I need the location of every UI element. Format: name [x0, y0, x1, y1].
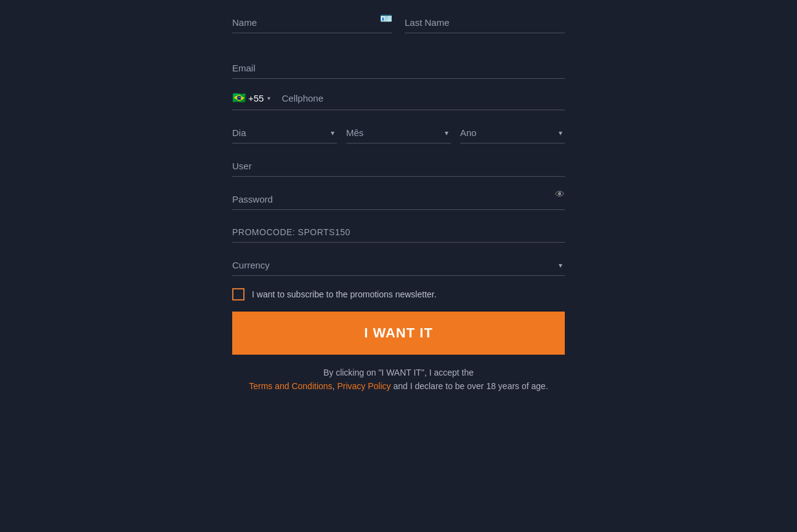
terms-text-part1: By clicking on "I WANT IT", I accept the	[323, 368, 474, 377]
day-select[interactable]: Dia 12345 678910 1112131415 1617181920 2…	[232, 123, 337, 143]
name-row: 🪪	[232, 12, 565, 46]
password-field-group: 👁	[232, 189, 565, 210]
month-select-wrapper: Mês JaneiroFevereiroMarço AbrilMaioJunho…	[346, 123, 451, 143]
user-field-group	[232, 156, 565, 177]
currency-select[interactable]: Currency BRL USD EUR	[232, 255, 565, 275]
cellphone-input[interactable]	[275, 93, 565, 103]
terms-text: By clicking on "I WANT IT", I accept the…	[232, 366, 565, 393]
right-panel	[583, 0, 797, 532]
newsletter-row: I want to subscribe to the promotions ne…	[232, 288, 565, 300]
password-input[interactable]	[232, 189, 565, 210]
email-field-group	[232, 58, 565, 79]
currency-select-wrapper: Currency BRL USD EUR ▾	[232, 255, 565, 276]
phone-code: +55	[248, 93, 264, 103]
dob-row: Dia 12345 678910 1112131415 1617181920 2…	[232, 123, 565, 143]
lastname-input[interactable]	[405, 12, 565, 33]
name-field-group: 🪪	[232, 12, 392, 33]
page-wrapper: 🪪 🇧🇷 +55 ▾ Dia 12345	[0, 0, 797, 532]
newsletter-checkbox[interactable]	[232, 288, 245, 300]
promo-code-input[interactable]	[232, 222, 565, 243]
terms-comma: ,	[333, 381, 335, 391]
registration-form: 🪪 🇧🇷 +55 ▾ Dia 12345	[214, 0, 583, 418]
left-panel	[0, 0, 214, 532]
year-select[interactable]: Ano 202420232010 2000199019801970	[460, 123, 565, 143]
id-icon: 🪪	[380, 12, 392, 24]
day-select-wrapper: Dia 12345 678910 1112131415 1617181920 2…	[232, 123, 337, 143]
user-input[interactable]	[232, 156, 565, 177]
month-select[interactable]: Mês JaneiroFevereiroMarço AbrilMaioJunho…	[346, 123, 451, 143]
year-select-wrapper: Ano 202420232010 2000199019801970 ▾	[460, 123, 565, 143]
email-input[interactable]	[232, 58, 565, 79]
name-input[interactable]	[232, 12, 392, 33]
phone-row: 🇧🇷 +55 ▾	[232, 91, 565, 110]
submit-button[interactable]: I WANT IT	[232, 312, 565, 355]
lastname-field-group	[405, 12, 565, 33]
brazil-flag-icon: 🇧🇷	[232, 91, 246, 105]
phone-country-selector[interactable]: 🇧🇷 +55 ▾	[232, 91, 275, 105]
newsletter-label: I want to subscribe to the promotions ne…	[252, 289, 437, 299]
password-visibility-icon[interactable]: 👁	[555, 189, 565, 200]
terms-text-part2: and I declare to be over 18 years of age…	[393, 381, 548, 391]
privacy-policy-link[interactable]: Privacy Policy	[337, 381, 390, 391]
terms-and-conditions-link[interactable]: Terms and Conditions	[249, 381, 332, 391]
phone-dropdown-arrow-icon: ▾	[267, 95, 270, 102]
